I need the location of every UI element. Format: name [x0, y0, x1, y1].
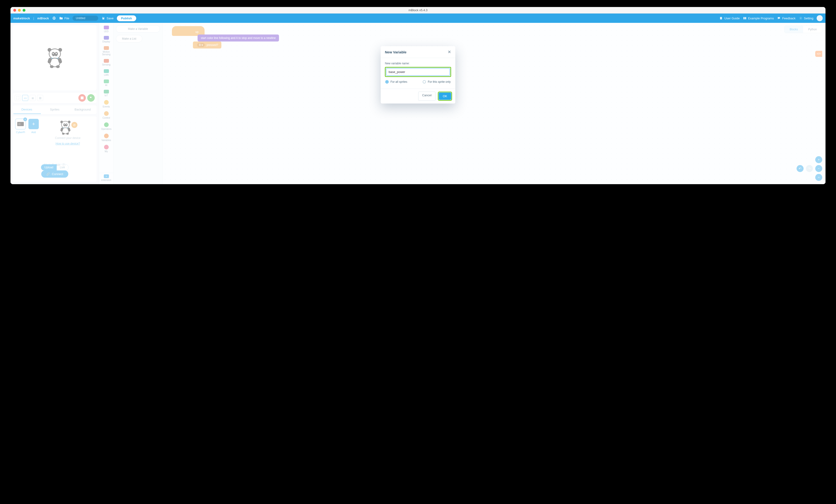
ok-highlight: OK — [438, 92, 452, 101]
svg-rect-2 — [720, 17, 722, 20]
brand-makeblock: makeblock — [13, 17, 30, 20]
dialog-title: New Variable — [385, 50, 406, 54]
folder-icon — [59, 16, 63, 20]
menubar: makeblock | mBlock File Untitled Save Pu… — [11, 14, 825, 23]
radio-checked-icon — [385, 80, 388, 83]
titlebar: mBlock v5.4.3 — [11, 7, 825, 14]
setting-link[interactable]: Setting — [799, 16, 813, 20]
gear-icon — [799, 16, 803, 20]
variable-name-label: New variable name: — [385, 62, 451, 65]
radio-unchecked-icon — [423, 80, 426, 83]
project-title-input[interactable]: Untitled — [73, 16, 98, 21]
example-programs-link[interactable]: Example Programs — [743, 16, 774, 20]
new-variable-dialog: New Variable ✕ New variable name: For al… — [381, 46, 455, 103]
close-icon[interactable]: ✕ — [448, 50, 451, 55]
chat-icon — [777, 16, 781, 20]
save-button[interactable]: Save — [101, 16, 114, 20]
scope-this-sprite[interactable]: For this sprite only — [423, 80, 451, 83]
app-body: ⛶ ▭ ≣ ⊞ Devices Sprites Background — [11, 23, 825, 184]
file-menu[interactable]: File — [59, 16, 69, 20]
svg-rect-1 — [103, 17, 104, 18]
globe-icon[interactable] — [52, 16, 56, 20]
zoom-window-icon[interactable] — [23, 9, 25, 12]
variable-name-input[interactable] — [386, 68, 450, 76]
user-guide-link[interactable]: User Guide — [719, 16, 740, 20]
window-title: mBlock v5.4.3 — [11, 8, 825, 12]
cancel-button[interactable]: Cancel — [418, 92, 436, 101]
brand-mblock: mBlock — [37, 17, 49, 20]
close-window-icon[interactable] — [13, 9, 16, 12]
doc-icon — [719, 16, 723, 20]
traffic-lights[interactable] — [11, 9, 25, 12]
minimize-window-icon[interactable] — [18, 9, 21, 12]
brand-divider: | — [33, 17, 34, 20]
modal-overlay: New Variable ✕ New variable name: For al… — [11, 23, 825, 184]
svg-point-3 — [800, 18, 801, 19]
app-window: mBlock v5.4.3 makeblock | mBlock File Un… — [11, 7, 825, 184]
ok-button[interactable]: OK — [439, 93, 451, 100]
scope-all-sprites[interactable]: For all sprites — [385, 80, 407, 83]
publish-button[interactable]: Publish — [117, 15, 136, 21]
book-icon — [743, 16, 747, 20]
feedback-link[interactable]: Feedback — [777, 16, 795, 20]
save-label: Save — [107, 17, 114, 20]
input-highlight — [385, 67, 451, 77]
user-avatar[interactable] — [817, 15, 823, 21]
file-label: File — [64, 17, 69, 20]
save-icon — [101, 16, 105, 20]
